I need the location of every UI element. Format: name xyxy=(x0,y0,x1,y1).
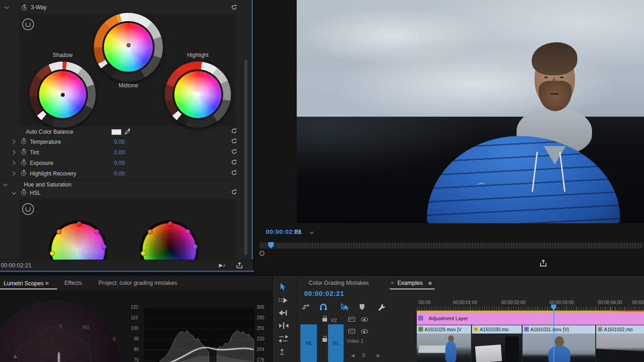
clip-a16i1031[interactable]: fx A16I1031.mov [V] xyxy=(523,325,595,362)
nav-value[interactable]: 0 xyxy=(362,353,365,358)
chevron-right-icon[interactable] xyxy=(11,171,16,176)
stopwatch-icon[interactable] xyxy=(22,6,27,11)
reset-icon[interactable] xyxy=(231,159,237,165)
tab-effects[interactable]: Effects xyxy=(64,280,82,286)
param-value[interactable]: 0.00 xyxy=(114,160,125,166)
tab-sequence-color-grading-mistakes[interactable]: Color Grading Mistakes xyxy=(309,280,369,286)
highlight-wheel[interactable] xyxy=(165,62,231,128)
reset-icon[interactable] xyxy=(231,128,237,134)
nav-next-icon[interactable]: ▶ xyxy=(377,353,380,358)
nav-prev-icon[interactable]: ◀ xyxy=(351,353,355,358)
chevron-right-icon[interactable] xyxy=(11,161,16,165)
snap-magnet-icon[interactable] xyxy=(319,303,329,312)
reset-icon[interactable] xyxy=(231,138,237,144)
clip-a16i1030[interactable]: fx A16I1030.mo xyxy=(472,325,522,362)
hue-dot-violet[interactable] xyxy=(102,244,107,249)
param-value[interactable]: 0.00 xyxy=(114,170,125,177)
slip-tool-icon[interactable] xyxy=(278,335,290,345)
stopwatch-icon[interactable] xyxy=(21,150,26,155)
timeline-ruler[interactable]: :00:00 00:00:01:00 00:00:02:00 00:00:03:… xyxy=(417,299,644,311)
clip-a16i1029[interactable]: fx A16I1029.mov [V xyxy=(417,325,471,362)
stopwatch-icon[interactable] xyxy=(21,190,26,195)
hsl-wheel-saturation[interactable] xyxy=(52,223,105,260)
tab-project[interactable]: Project: color grading mistakes xyxy=(98,280,177,286)
pen-tool-icon[interactable] xyxy=(278,348,290,358)
midtone-wheel[interactable] xyxy=(94,13,163,82)
hue-dot-orange[interactable] xyxy=(57,229,62,234)
param-value[interactable]: 0.00 xyxy=(114,139,125,145)
track-target-v1[interactable]: V1 xyxy=(328,324,344,362)
tab-sequence-examples[interactable]: Examples xyxy=(397,280,423,286)
hue-saturation-header[interactable]: Hue and Saturation xyxy=(0,179,239,188)
reset-icon[interactable] xyxy=(231,4,237,11)
fx-badge: fx xyxy=(473,327,478,332)
panel-menu-icon[interactable]: ≡ xyxy=(45,280,49,287)
hue-dot-violet[interactable] xyxy=(193,244,198,249)
hue-dot-red[interactable] xyxy=(77,221,82,226)
nest-sequences-icon[interactable] xyxy=(301,303,311,312)
chevron-down-icon[interactable] xyxy=(5,5,9,9)
wheel-mode-icon[interactable] xyxy=(22,18,34,30)
person-brow xyxy=(543,72,549,73)
ripple-edit-icon[interactable] xyxy=(278,310,290,320)
lock-icon[interactable] xyxy=(322,338,327,342)
color-swatch[interactable] xyxy=(111,129,121,135)
track-select-forward-icon[interactable] xyxy=(278,297,290,307)
midtone-puck[interactable] xyxy=(126,43,131,47)
close-icon[interactable]: × xyxy=(391,280,394,286)
shadow-wheel[interactable] xyxy=(29,62,96,128)
export-icon[interactable] xyxy=(236,261,243,269)
wf-right-scale: 280 xyxy=(257,315,264,320)
highlight-puck[interactable] xyxy=(195,92,200,96)
reset-icon[interactable] xyxy=(231,148,237,155)
source-patch-v1[interactable]: V1 xyxy=(300,324,317,362)
sync-lock-icon[interactable] xyxy=(348,329,355,334)
stopwatch-icon[interactable] xyxy=(21,171,26,176)
selection-tool-icon[interactable] xyxy=(278,283,290,293)
clip-a16i1032[interactable]: fx A16I1032.mo xyxy=(596,325,644,362)
hue-dot-orange[interactable] xyxy=(148,229,153,234)
chevron-down-icon[interactable] xyxy=(12,190,17,195)
three-way-header[interactable]: 3-Way xyxy=(0,3,239,12)
hsl-wheel-luma[interactable] xyxy=(143,223,196,260)
hue-dot-magenta[interactable] xyxy=(185,229,190,234)
timeline-settings-wrench-icon[interactable] xyxy=(378,303,388,312)
linked-selection-icon[interactable] xyxy=(340,303,350,312)
export-frame-icon[interactable] xyxy=(539,259,548,268)
hsl-header[interactable]: HSL xyxy=(0,189,239,198)
chevron-right-icon[interactable] xyxy=(11,150,16,155)
panel-scrollbar[interactable] xyxy=(244,60,247,255)
reset-icon[interactable] xyxy=(231,170,237,176)
chevron-right-icon[interactable] xyxy=(11,140,16,144)
panel-menu-icon[interactable]: ≡ xyxy=(428,280,432,287)
chevron-down-icon[interactable] xyxy=(3,182,8,187)
play-audio-icon[interactable]: ▶♪ xyxy=(219,262,225,268)
hue-dot-yellow[interactable] xyxy=(50,251,55,256)
hue-dot-magenta[interactable] xyxy=(94,229,99,234)
hue-dot-yellow[interactable] xyxy=(141,251,146,256)
add-marker-icon[interactable] xyxy=(358,303,368,312)
midtone-hue-disc[interactable] xyxy=(104,23,153,72)
reset-icon[interactable] xyxy=(231,189,237,195)
section-label: 3-Way xyxy=(31,4,46,11)
stopwatch-icon[interactable] xyxy=(21,160,26,165)
eye-icon[interactable] xyxy=(361,329,368,334)
hue-dot-red[interactable] xyxy=(168,221,173,226)
panel-timecode[interactable]: 00:00:02:21 xyxy=(1,262,32,269)
clip-adjustment-layer[interactable]: Adjustment Layer xyxy=(417,312,644,325)
eyedropper-icon[interactable] xyxy=(124,128,131,135)
zoom-scroll-handle[interactable] xyxy=(259,251,264,256)
lock-icon[interactable] xyxy=(322,318,327,322)
sync-lock-icon[interactable] xyxy=(348,317,355,322)
monitor-scrub-bar[interactable] xyxy=(260,243,643,249)
rolling-edit-icon[interactable] xyxy=(278,322,290,333)
eye-icon[interactable] xyxy=(361,317,368,322)
stopwatch-icon[interactable] xyxy=(21,139,26,144)
wheel-mode-icon[interactable] xyxy=(22,203,34,215)
tab-lumetri-scopes[interactable]: Lumetri Scopes ≡ xyxy=(4,280,49,287)
shadow-puck[interactable] xyxy=(61,93,65,97)
track-v2-label[interactable]: V2 xyxy=(331,317,337,323)
param-value[interactable]: 0.00 xyxy=(114,149,125,156)
zoom-level-select[interactable]: Fit xyxy=(294,229,318,236)
timeline-timecode[interactable]: 00:00:02:21 xyxy=(304,289,344,297)
